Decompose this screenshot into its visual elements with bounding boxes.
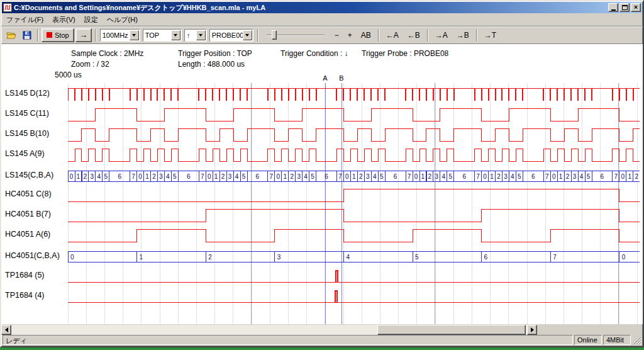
svg-text:5: 5 [242,173,246,180]
sample-clock-value: 100MHz [101,31,130,39]
svg-text:6: 6 [118,173,121,180]
resize-grip[interactable] [632,335,641,345]
signal-label-tp1684-5: TP1684 (5) [5,271,45,279]
svg-text:3: 3 [228,173,232,180]
svg-text:5: 5 [587,173,591,180]
window-title: C:¥Documents and Settings¥noname¥デスクトップ¥… [14,3,608,13]
svg-text:0: 0 [345,173,349,180]
svg-text:5: 5 [449,173,453,180]
waveform-ls145-a-9 [68,149,640,161]
scroll-left-button[interactable] [1,325,11,335]
svg-text:1: 1 [559,173,563,180]
svg-text:0: 0 [70,173,74,180]
svg-text:4: 4 [166,173,170,180]
status-online: Online [574,335,602,345]
toolbar-separator [257,29,258,42]
svg-text:6: 6 [187,173,191,180]
svg-text:7: 7 [408,173,411,180]
trigger-edge-select[interactable]: ↑ [184,29,207,42]
svg-text:2: 2 [84,173,87,180]
title-bar[interactable]: C:¥Documents and Settings¥noname¥デスクトップ¥… [2,2,642,13]
svg-text:4: 4 [304,173,308,180]
svg-text:6: 6 [462,173,466,180]
slider-thumb[interactable] [272,30,277,40]
svg-text:0: 0 [483,173,487,180]
svg-text:7: 7 [553,254,557,261]
trigger-edge-value: ↑ [185,31,196,39]
trigger-position-info: Trigger Position : TOP [178,49,252,58]
close-button[interactable]: × [631,3,641,12]
menu-help[interactable]: ヘルプ(H) [103,14,142,26]
svg-text:5: 5 [518,173,521,180]
app-icon [3,3,12,12]
chevron-down-icon[interactable] [171,30,180,40]
svg-text:2: 2 [208,254,212,261]
run-button[interactable]: → [75,28,92,42]
svg-text:2: 2 [566,173,570,180]
svg-text:B: B [339,74,343,82]
waveform-hc4051-c-b-a: 012345670 [68,251,640,262]
status-memory: 4MBit [603,335,631,345]
svg-text:1: 1 [283,173,287,180]
toolbar: Stop → 100MHz TOP ↑ PROBE00 −+AB←A←B→A→B… [1,26,643,43]
chevron-down-icon[interactable] [130,30,139,40]
svg-text:0: 0 [552,173,556,180]
maximize-button[interactable] [619,3,630,12]
stop-button[interactable]: Stop [42,28,74,42]
sample-clock-select[interactable]: 100MHz [100,29,140,42]
svg-text:0: 0 [208,173,211,180]
position-slider[interactable] [264,28,327,42]
scrollbar-thumb[interactable] [377,325,526,335]
svg-text:6: 6 [325,173,328,180]
trigger-probe-select[interactable]: PROBE00 [209,29,253,42]
marker-labels: AB [323,74,343,82]
svg-text:6: 6 [394,173,397,180]
chevron-down-icon[interactable] [196,30,206,40]
signal-label-ls145-c-11: LS145 C(11) [5,109,49,118]
trigger-position-select[interactable]: TOP [143,29,182,42]
move-b-left-button[interactable]: ←B [404,28,424,42]
svg-text:2: 2 [497,173,501,180]
svg-text:3: 3 [573,173,577,180]
svg-text:3: 3 [435,173,439,180]
svg-text:5: 5 [311,173,314,180]
ab-range-button[interactable]: AB [357,28,375,42]
waveform-tp1684-5 [68,271,640,282]
zoom-out-button[interactable]: − [331,28,343,42]
svg-text:4: 4 [346,254,350,261]
minimize-button[interactable] [608,3,618,12]
save-button[interactable] [19,28,34,42]
floppy-disk-icon [23,31,31,40]
svg-text:6: 6 [256,173,260,180]
window-controls: × [608,3,641,12]
svg-text:7: 7 [545,173,549,180]
scroll-right-button[interactable] [527,325,537,335]
svg-text:3: 3 [159,173,163,180]
maximize-icon [622,5,628,10]
svg-text:1: 1 [628,173,631,180]
svg-text:0: 0 [277,173,280,180]
waveform-plot[interactable]: 0123456701234567012345670123456701234567… [68,73,640,324]
length-info: Length : 488.000 us [178,60,245,69]
horizontal-scrollbar[interactable] [1,325,537,335]
move-b-right-button[interactable]: →B [453,28,473,42]
chevron-down-icon[interactable] [243,30,252,40]
svg-text:2: 2 [221,173,225,180]
menu-file[interactable]: ファイル(F) [2,14,48,26]
waveform-ls145-c-b-a: 0123456701234567012345670123456701234567… [68,171,640,181]
svg-text:1: 1 [77,173,80,180]
signal-label-hc4051-b-7: HC4051 B(7) [5,210,51,218]
move-a-right-button[interactable]: →A [431,28,452,42]
menu-settings[interactable]: 設定 [80,14,103,26]
svg-text:A: A [323,74,328,82]
open-file-button[interactable] [4,28,18,42]
svg-text:0: 0 [622,254,626,261]
waveform-hc4051-b-7 [68,209,640,222]
move-a-left-button[interactable]: ←A [382,28,402,42]
zoom-in-button[interactable]: + [344,28,356,42]
signal-label-ls145-b-10: LS145 B(10) [5,129,49,138]
menu-view[interactable]: 表示(V) [48,14,80,26]
app-window: C:¥Documents and Settings¥noname¥デスクトップ¥… [0,0,644,347]
goto-trigger-button[interactable]: →T [480,28,500,42]
svg-text:5: 5 [104,173,108,180]
